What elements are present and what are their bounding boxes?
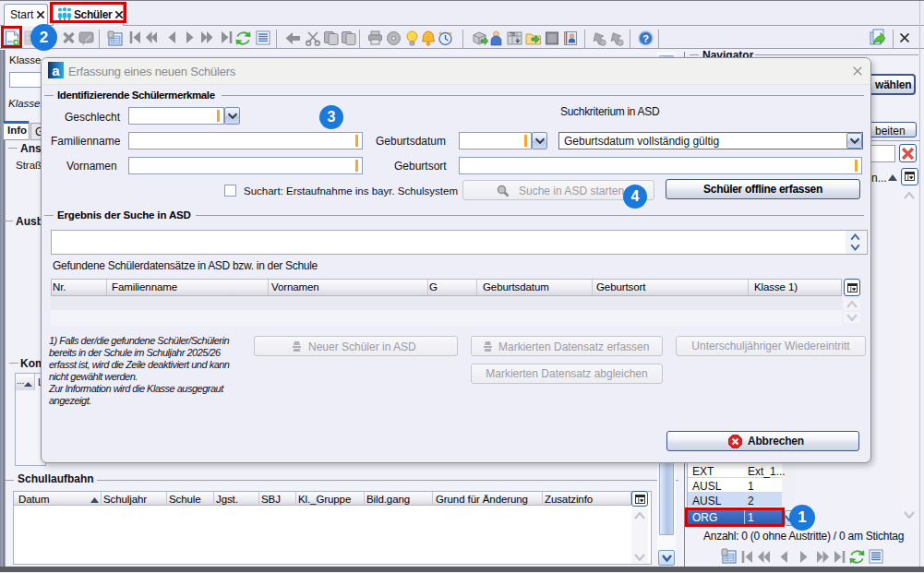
svg-text:a: a [52, 63, 60, 78]
svg-text:?: ? [642, 33, 649, 44]
svg-text:TB: TB [510, 31, 516, 37]
